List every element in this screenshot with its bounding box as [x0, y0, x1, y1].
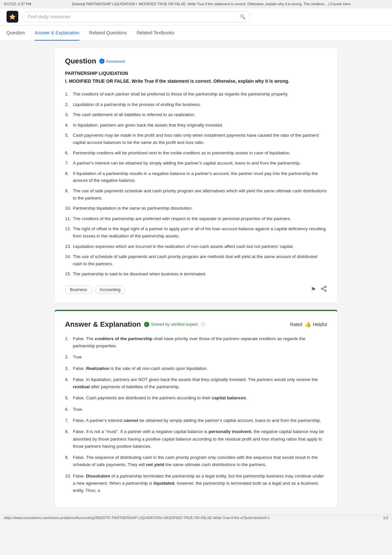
shield-icon: ✓ [144, 322, 149, 327]
svg-point-2 [321, 288, 323, 289]
answer-list-item: 9. False. The sequence of distributing c… [65, 454, 327, 469]
verified-badge: ✓ Solved by verified expert [144, 322, 197, 327]
bold-term: personally insolvent [209, 429, 252, 434]
item-number: 2. [65, 101, 69, 108]
question-title: Question [65, 57, 96, 65]
item-number: 4. [65, 376, 69, 383]
item-number: 2. [65, 354, 69, 361]
search-bar[interactable]: Find study resources 🔍 [22, 11, 251, 22]
question-subtitle: PARTNERSHIP LIQUIDATION [65, 71, 327, 76]
search-icon[interactable]: 🔍 [240, 14, 245, 19]
answer-list-item: 1. False. The creditors of the partnersh… [65, 335, 327, 350]
thumbs-up-icon: 👍 [305, 321, 311, 327]
tab-related-questions[interactable]: Related Questions [89, 26, 127, 41]
browser-bar: 5/17/22, 6:37 PM [Solved] PARTNERSHIP LI… [0, 0, 392, 8]
item-number: 9. [65, 454, 69, 461]
question-list-item: 10. Partnership liquidation is the same … [65, 205, 327, 212]
main-content: Question ✓ Answered PARTNERSHIP LIQUIDAT… [49, 47, 343, 508]
question-list-item: 15. The partnership is said to be dissol… [65, 270, 327, 278]
question-list-item: 13. Liquidation expenses which are incur… [65, 243, 327, 250]
check-circle-icon: ✓ [99, 59, 105, 64]
svg-line-4 [323, 289, 325, 290]
tab-answer-explanation[interactable]: Answer & Explanation [35, 26, 79, 41]
answer-list-item: 10. False. Dissolution of a partnership … [65, 473, 327, 494]
question-list-item: 14. The use of schedule of safe payments… [65, 253, 327, 267]
svg-point-1 [325, 286, 326, 288]
bold-term: residual [73, 384, 90, 389]
question-instruction: I. MODIFIED TRUE OR FALSE. Write True if… [65, 78, 327, 85]
item-number: 7. [65, 417, 69, 424]
answer-list-item: 6. True. [65, 406, 327, 413]
helpful-button[interactable]: 👍 Helpful [305, 321, 327, 327]
item-number: 1. [65, 91, 69, 98]
flag-icon[interactable]: ⚑ [311, 286, 316, 293]
answer-header-right: Rated 👍 Helpful [290, 321, 327, 327]
answer-card: Answer & Explanation ✓ Solved by verifie… [54, 310, 338, 508]
question-list-item: 4. In liquidation, partners are given ba… [65, 122, 327, 129]
helpful-label: Helpful [313, 322, 327, 327]
answer-list-item: 5. False. Cash payments are distributed … [65, 394, 327, 402]
question-list-item: 12. The right of offset is the legal rig… [65, 225, 327, 239]
answer-list: 1. False. The creditors of the partnersh… [65, 335, 327, 494]
tab-related-textbooks[interactable]: Related Textbooks [137, 26, 174, 41]
status-page: 1/3 [383, 516, 388, 520]
question-list-item: 1. The creditors of each partner shall b… [65, 91, 327, 98]
question-list-item: 6. Partnership creditors will be priorit… [65, 149, 327, 157]
bold-term: Dissolution [86, 474, 110, 478]
answer-title: Answer & Explanation [65, 320, 141, 329]
bold-term: cannot [124, 418, 138, 423]
question-list-item: 11. The creditors of the partnership are… [65, 215, 327, 222]
status-bar: https://www.coursehero.com/tutors-proble… [0, 514, 392, 521]
tag-business[interactable]: Business [65, 286, 92, 294]
tab-question[interactable]: Question [7, 26, 25, 41]
question-list: 1. The creditors of each partner shall b… [65, 91, 327, 278]
answer-list-item: 8. False. It is not a "must". If a partn… [65, 428, 327, 450]
site-header: Find study resources 🔍 [0, 8, 392, 26]
question-header: Question ✓ Answered [65, 57, 327, 65]
status-url: https://www.coursehero.com/tutors-proble… [4, 516, 270, 520]
card-actions: ⚑ [311, 286, 327, 294]
svg-point-3 [325, 290, 326, 291]
item-number: 8. [65, 170, 69, 177]
answered-badge: ✓ Answered [99, 59, 125, 64]
question-list-item: 9. The use of safe payments schedule and… [65, 187, 327, 201]
item-number: 11. [65, 215, 71, 222]
site-logo[interactable] [7, 11, 18, 23]
question-list-item: 2. Liquidation of a partnership is the p… [65, 101, 327, 108]
info-icon[interactable]: ⓘ [201, 321, 205, 327]
item-number: 5. [65, 132, 69, 139]
browser-title: [Solved] PARTNERSHIP LIQUIDATION I. MODI… [35, 2, 388, 6]
item-number: 6. [65, 149, 69, 157]
answered-label: Answered [106, 59, 125, 64]
search-placeholder: Find study resources [28, 14, 70, 19]
question-card: Question ✓ Answered PARTNERSHIP LIQUIDAT… [54, 47, 338, 303]
answer-header: Answer & Explanation ✓ Solved by verifie… [65, 320, 327, 329]
item-number: 4. [65, 122, 69, 129]
item-number: 8. [65, 428, 69, 435]
bold-term: liquidated [154, 481, 174, 486]
answer-header-left: Answer & Explanation ✓ Solved by verifie… [65, 320, 205, 329]
item-number: 15. [65, 270, 71, 278]
item-number: 3. [65, 365, 69, 372]
question-card-footer: Business Accounting ⚑ [65, 286, 327, 294]
svg-marker-0 [9, 14, 15, 20]
share-icon[interactable] [320, 286, 327, 294]
bold-term: creditors of the partnership [95, 336, 152, 341]
question-list-item: 7. A partner's interest can be obtained … [65, 160, 327, 167]
item-number: 14. [65, 253, 71, 260]
item-number: 3. [65, 111, 69, 118]
verified-label: Solved by verified expert [151, 322, 197, 327]
answer-list-item: 2. True [65, 354, 327, 361]
item-number: 10. [65, 473, 71, 480]
tags-container: Business Accounting [65, 286, 125, 294]
item-number: 1. [65, 335, 69, 342]
bold-term: not yield [146, 462, 164, 467]
tag-accounting[interactable]: Accounting [95, 286, 125, 294]
answer-list-item: 4. False. In liquidation, partners are N… [65, 376, 327, 391]
nav-tabs: Question Answer & Explanation Related Qu… [0, 26, 392, 41]
item-number: 5. [65, 394, 69, 402]
item-number: 6. [65, 406, 69, 413]
bold-term: Realization [86, 366, 109, 371]
svg-line-5 [323, 287, 325, 288]
answer-list-item: 7. False. A partner's interest cannot be… [65, 417, 327, 424]
